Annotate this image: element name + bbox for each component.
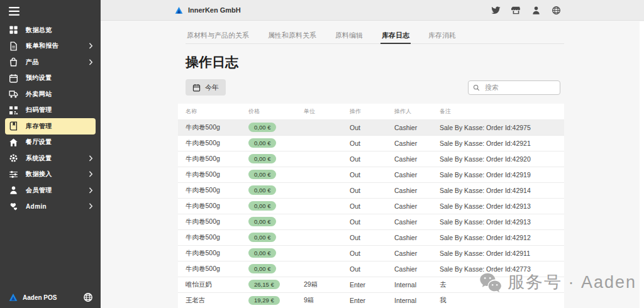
store-icon[interactable] bbox=[511, 6, 521, 15]
cell-unit: 9箱 bbox=[304, 292, 350, 308]
table-row[interactable]: 牛肉卷500g0,00 €OutCashierSale By Kasse: Or… bbox=[178, 245, 564, 261]
bag-icon bbox=[9, 57, 18, 67]
twitter-icon[interactable] bbox=[491, 6, 501, 15]
user-icon[interactable] bbox=[531, 6, 541, 15]
table-row[interactable]: 牛肉卷500g0,00 €OutCashierSale By Kasse: Or… bbox=[178, 167, 564, 182]
company-name: InnerKen GmbH bbox=[188, 6, 241, 14]
cell-operator: Cashier bbox=[394, 261, 440, 277]
cell-remark: Sale By Kasse: Order Id:42913 bbox=[440, 214, 564, 229]
cell-remark: Sale By Kasse: Order Id:42911 bbox=[440, 245, 564, 261]
table-row[interactable]: 牛肉卷500g0,00 €OutCashierSale By Kasse: Or… bbox=[178, 229, 564, 245]
tab-3[interactable]: 库存日志 bbox=[380, 31, 411, 44]
sidebar-globe-icon[interactable] bbox=[83, 292, 93, 302]
table-row[interactable]: 王老吉19,29 €9箱EnterInternal我 bbox=[178, 292, 564, 308]
gear-icon bbox=[9, 153, 18, 163]
date-filter-button[interactable]: 今年 bbox=[186, 79, 226, 96]
content: 原材料与产品的关系属性和原料关系原料编辑库存日志库存消耗 操作日志 今年 名称价… bbox=[101, 21, 644, 308]
sidebar-item-calendar[interactable]: 预约设置 bbox=[0, 70, 101, 87]
price-badge: 0,00 € bbox=[248, 170, 276, 179]
cell-price: 0,00 € bbox=[248, 245, 304, 261]
chevron-right-icon bbox=[89, 155, 93, 162]
cell-name: 牛肉卷500g bbox=[178, 182, 248, 198]
chevron-right-icon bbox=[89, 171, 93, 177]
chevron-right-icon bbox=[89, 59, 93, 65]
truck-icon bbox=[9, 89, 18, 99]
cell-operator: Cashier bbox=[394, 182, 440, 198]
sidebar-item-report[interactable]: 账单和报告 bbox=[0, 38, 101, 55]
report-icon bbox=[9, 41, 18, 51]
tab-2[interactable]: 原料编辑 bbox=[334, 31, 364, 43]
tab-1[interactable]: 属性和原料关系 bbox=[267, 31, 318, 43]
sidebar-item-label: 数据接入 bbox=[26, 170, 52, 179]
sidebar-item-bag[interactable]: 产品 bbox=[0, 54, 101, 70]
menu-hamburger-icon[interactable] bbox=[9, 7, 19, 16]
cell-name: 牛肉卷500g bbox=[178, 261, 248, 277]
cell-operation: Out bbox=[350, 229, 394, 245]
sidebar-item-label: 预约设置 bbox=[26, 74, 52, 82]
cell-unit bbox=[304, 151, 350, 167]
column-header: 操作 bbox=[350, 104, 394, 119]
cell-operator: Cashier bbox=[394, 135, 440, 151]
table-row[interactable]: 牛肉卷500g0,00 €OutCashierSale By Kasse: Or… bbox=[178, 182, 564, 198]
cell-remark: Sale By Kasse: Order Id:42913 bbox=[440, 198, 564, 214]
column-header: 操作人 bbox=[394, 104, 440, 119]
globe-icon[interactable] bbox=[552, 6, 561, 15]
cell-name: 牛肉卷500g bbox=[178, 135, 248, 151]
home-icon bbox=[9, 138, 18, 147]
main-area: InnerKen GmbH 原材料与产品的关系属性和原料关系原料编辑库存日志库存… bbox=[101, 0, 644, 308]
cell-name: 牛肉卷500g bbox=[178, 245, 248, 261]
tab-4[interactable]: 库存消耗 bbox=[427, 31, 457, 43]
inventory-log-table: 名称价格单位操作操作人备注 牛肉卷500g0,00 €OutCashierSal… bbox=[178, 104, 564, 308]
sidebar-item-hearts[interactable]: Admin bbox=[0, 199, 101, 215]
cell-remark: 去 bbox=[440, 277, 564, 292]
cell-price: 0,00 € bbox=[248, 151, 304, 167]
tab-0[interactable]: 原材料与产品的关系 bbox=[186, 31, 250, 43]
sidebar-item-book[interactable]: 库存管理 bbox=[5, 118, 96, 135]
sidebar-item-label: 会员管理 bbox=[26, 186, 52, 195]
sidebar-item-home[interactable]: 餐厅设置 bbox=[0, 135, 101, 151]
table-row[interactable]: 牛肉卷500g0,00 €OutCashierSale By Kasse: Or… bbox=[178, 261, 564, 277]
sidebar-item-label: Admin bbox=[26, 203, 47, 210]
cell-operation: Out bbox=[350, 198, 394, 214]
cell-price: 0,00 € bbox=[248, 119, 304, 135]
sidebar-brand-label: Aaden POS bbox=[23, 294, 57, 301]
cell-name: 唯怡豆奶 bbox=[178, 277, 248, 292]
calendar-icon bbox=[9, 74, 18, 83]
cell-remark: Sale By Kasse: Order Id:42975 bbox=[440, 119, 564, 135]
cell-operator: Cashier bbox=[394, 198, 440, 214]
cell-name: 牛肉卷500g bbox=[178, 198, 248, 214]
calendar-icon bbox=[192, 84, 201, 92]
cell-operation: Out bbox=[350, 261, 394, 277]
table-row[interactable]: 牛肉卷500g0,00 €OutCashierSale By Kasse: Or… bbox=[178, 135, 564, 151]
cell-remark: Sale By Kasse: Order Id:42921 bbox=[440, 135, 564, 151]
table-row[interactable]: 唯怡豆奶26,15 €29箱EnterInternal去 bbox=[178, 277, 564, 292]
cell-operator: Internal bbox=[394, 292, 440, 308]
search-input[interactable] bbox=[484, 83, 555, 92]
sidebar-item-gear[interactable]: 系统设置 bbox=[0, 150, 101, 167]
cell-remark: Sale By Kasse: Order Id:42919 bbox=[440, 167, 564, 182]
sidebar-item-label: 餐厅设置 bbox=[26, 138, 52, 146]
cell-name: 王老吉 bbox=[178, 292, 248, 308]
sidebar-nav: 数据总览账单和报告产品预约设置外卖网站扫码管理库存管理餐厅设置系统设置数据接入会… bbox=[0, 22, 101, 214]
cell-name: 牛肉卷500g bbox=[178, 167, 248, 182]
cell-operator: Cashier bbox=[394, 151, 440, 167]
sidebar-item-truck[interactable]: 外卖网站 bbox=[0, 86, 101, 102]
cell-unit bbox=[304, 245, 350, 261]
sidebar-item-label: 外卖网站 bbox=[26, 90, 52, 99]
sidebar-item-person[interactable]: 会员管理 bbox=[0, 182, 101, 199]
sidebar-item-label: 产品 bbox=[26, 58, 39, 67]
sidebar-item-qrcode[interactable]: 扫码管理 bbox=[0, 102, 101, 119]
sidebar-item-dashboard[interactable]: 数据总览 bbox=[0, 22, 101, 38]
price-badge: 0,00 € bbox=[248, 138, 276, 148]
table-row[interactable]: 牛肉卷500g0,00 €OutCashierSale By Kasse: Or… bbox=[178, 151, 564, 167]
chevron-right-icon bbox=[89, 43, 93, 49]
table-row[interactable]: 牛肉卷500g0,00 €OutCashierSale By Kasse: Or… bbox=[178, 214, 564, 229]
tab-bar: 原材料与产品的关系属性和原料关系原料编辑库存日志库存消耗 bbox=[186, 31, 564, 44]
cell-unit bbox=[304, 119, 350, 135]
cell-operation: Out bbox=[350, 119, 394, 135]
cell-unit: 29箱 bbox=[304, 277, 350, 292]
table-row[interactable]: 牛肉卷500g0,00 €OutCashierSale By Kasse: Or… bbox=[178, 119, 564, 135]
table-row[interactable]: 牛肉卷500g0,00 €OutCashierSale By Kasse: Or… bbox=[178, 198, 564, 214]
sidebar-item-sliders[interactable]: 数据接入 bbox=[0, 167, 101, 183]
price-badge: 0,00 € bbox=[248, 185, 276, 195]
